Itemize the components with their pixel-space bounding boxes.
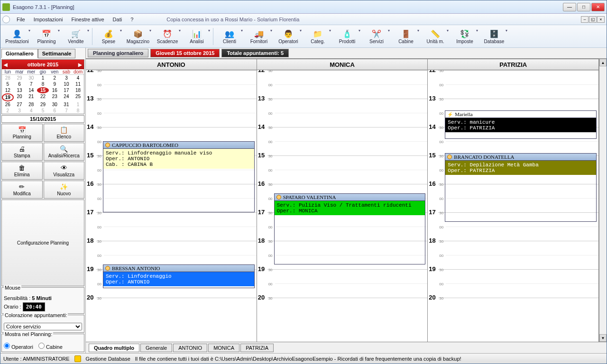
toolbar-spese[interactable]: ▾💰Spese	[94, 26, 123, 47]
person-icon	[105, 143, 110, 147]
appointment[interactable]: SPATARO VALENTINA Serv.: Pulizia Viso / …	[274, 193, 426, 264]
toolbar-prestazioni[interactable]: ▾👤Prestazioni	[2, 26, 32, 47]
toolbar-fornitori[interactable]: ▾🚚Fornitori	[244, 26, 274, 47]
cal-prev[interactable]: ◀	[4, 62, 8, 67]
mouse-group: Mouse Sensibilità : 5 Minuti Orario : 20…	[1, 287, 84, 314]
menu-dati[interactable]: Dati	[109, 15, 126, 24]
maximize-button[interactable]: □	[577, 3, 590, 11]
vertical-scrollbar[interactable]: ▲ ▼	[599, 59, 607, 342]
btab-antonio[interactable]: ANTONIO	[173, 344, 207, 352]
person-icon	[105, 266, 110, 271]
info-count: Totale appuntamenti: 5	[221, 49, 289, 57]
status-db[interactable]: Gestione Database	[86, 356, 130, 362]
toolbar-imposte[interactable]: ▾💱Imposte	[450, 26, 479, 47]
btn-elenco[interactable]: 📋Elenco	[44, 124, 85, 142]
scroll-up[interactable]: ▲	[599, 59, 607, 66]
toolbar-planning[interactable]: ▾📅Planning	[32, 26, 61, 47]
radio-cabine	[38, 343, 45, 349]
btn-visualizza[interactable]: 👁Visualizza	[44, 162, 85, 180]
btn-analisi[interactable]: 🔍Analisi/Ricerca	[44, 143, 85, 161]
btab-quadro[interactable]: Quadro multiplo	[89, 344, 139, 352]
toolbar-scadenze[interactable]: ▾⏰Scadenze	[153, 26, 182, 47]
toolbar: ▾👤Prestazioni▾📅Planning▾🛒Vendite▾💰Spese▾…	[0, 25, 607, 48]
btn-stampa[interactable]: 🖨Stampa	[1, 143, 43, 161]
btab-patrizia[interactable]: PATRIZIA	[240, 344, 274, 352]
clock: 20:40	[23, 302, 45, 311]
col-header: PATRIZIA	[428, 59, 598, 70]
appointment[interactable]: CAPPUCCIO BARTOLOMEO Serv.: Linfodrenagg…	[103, 141, 255, 212]
app-icon	[2, 3, 10, 11]
toolbar-servizi[interactable]: ▾✂️Servizi	[362, 26, 391, 47]
toolbar-clienti[interactable]: ▾👥Clienti	[215, 26, 244, 47]
toolbar-database[interactable]: ▾🗄️Database	[479, 26, 509, 47]
status-msg: Il file che contiene tutti i tuoi dati è…	[135, 356, 461, 362]
btn-nuovo[interactable]: ✨Nuovo	[44, 181, 85, 199]
toolbar-cabine[interactable]: ▾🚪Cabine	[391, 26, 421, 47]
appointment[interactable]: BRANCATO DONATELLA Serv.: Depilazione Me…	[445, 153, 597, 222]
close-button[interactable]: ✕	[591, 3, 605, 11]
menu-help[interactable]: ?	[127, 15, 137, 24]
toolbar-vendite[interactable]: ▾🛒Vendite	[61, 26, 91, 47]
col-monica: MONICA 200030190030180030170030160030150…	[257, 59, 428, 342]
minimize-button[interactable]: —	[563, 3, 576, 11]
info-date: Giovedì 15 ottobre 2015	[150, 49, 220, 57]
btn-modifica[interactable]: ✏Modifica	[1, 181, 43, 199]
scroll-down[interactable]: ▼	[599, 334, 607, 342]
selected-date: 15/10/2015	[1, 115, 84, 123]
toolbar-operatori[interactable]: ▾👨Operatori	[274, 26, 303, 47]
titlebar: Esagono 7.3.1 - [Planning] — □ ✕	[0, 0, 607, 14]
btab-generale[interactable]: Generale	[140, 344, 172, 352]
info-planning: Planning giornaliero	[88, 49, 148, 57]
col-antonio: ANTONIO 20003019003018003017003016003015…	[86, 59, 257, 342]
menu-file[interactable]: File	[13, 15, 29, 24]
mdi-close[interactable]: ×	[597, 16, 605, 23]
menu-icon[interactable]	[2, 16, 10, 23]
db-icon	[74, 355, 81, 362]
person-icon	[447, 155, 452, 159]
radio-operatori	[4, 343, 10, 349]
tab-giornaliero[interactable]: Giornaliero	[1, 49, 38, 58]
col-header: MONICA	[257, 59, 428, 70]
tab-settimanale[interactable]: Settimanale	[38, 49, 76, 58]
statusbar: Utente : AMMINISTRATORE Gestione Databas…	[0, 353, 607, 364]
menu-finestre[interactable]: Finestre attive	[68, 15, 108, 24]
license-text: Copia concessa in uso a Rossi Mario - So…	[166, 17, 299, 22]
toolbar-magazzino[interactable]: ▾📦Magazzino	[123, 26, 153, 47]
mdi-restore[interactable]: ◱	[589, 16, 597, 23]
toolbar-prodotti[interactable]: ▾🧴Prodotti	[332, 26, 362, 47]
menubar: File Impostazioni Finestre attive Dati ?…	[0, 14, 607, 25]
coloring-group: Colorazione appuntamenti: Colore servizi…	[1, 315, 84, 333]
btab-monica[interactable]: MONICA	[208, 344, 239, 352]
col-header: ANTONIO	[86, 59, 257, 70]
toolbar-unità m.[interactable]: ▾📏Unità m.	[421, 26, 450, 47]
calendar: ◀ ottobre 2015 ▶ lunmarmergiovensabdom 2…	[1, 59, 84, 114]
cal-next[interactable]: ▶	[78, 62, 82, 67]
appointment[interactable]: BRESSAN ANTONIO Serv.: LinfodrenaggioOpe…	[103, 264, 255, 288]
btn-elimina[interactable]: 🗑Elimina	[1, 162, 43, 180]
appointment[interactable]: Mariella Serv.: manicureOper.: PATRIZIA	[445, 110, 597, 139]
show-group: Mostra nel Planning: Operatori Cabine	[1, 334, 84, 352]
cal-title: ottobre 2015	[28, 62, 58, 67]
toolbar-analisi[interactable]: ▾📊Analisi	[182, 26, 212, 47]
btn-planning[interactable]: 📅Planning	[1, 124, 43, 142]
menu-impostazioni[interactable]: Impostazioni	[30, 15, 67, 24]
bottom-tabs: Quadro multiplo Generale ANTONIO MONICA …	[86, 342, 607, 353]
toolbar-categ.[interactable]: ▾📁Categ.	[303, 26, 332, 47]
sidebar: Giornaliero Settimanale ◀ ottobre 2015 ▶…	[0, 48, 86, 353]
bolt-icon	[447, 111, 453, 117]
person-icon	[276, 195, 281, 200]
mdi-minimize[interactable]: –	[581, 16, 589, 23]
window-title: Esagono 7.3.1 - [Planning]	[13, 4, 563, 10]
btn-config[interactable]: Configurazione Planning	[1, 200, 84, 286]
col-patrizia: PATRIZIA 2000301900301800301700301600301…	[428, 59, 599, 342]
status-user: Utente : AMMINISTRATORE	[3, 356, 70, 362]
coloring-select[interactable]: Colore servizio	[4, 323, 82, 330]
